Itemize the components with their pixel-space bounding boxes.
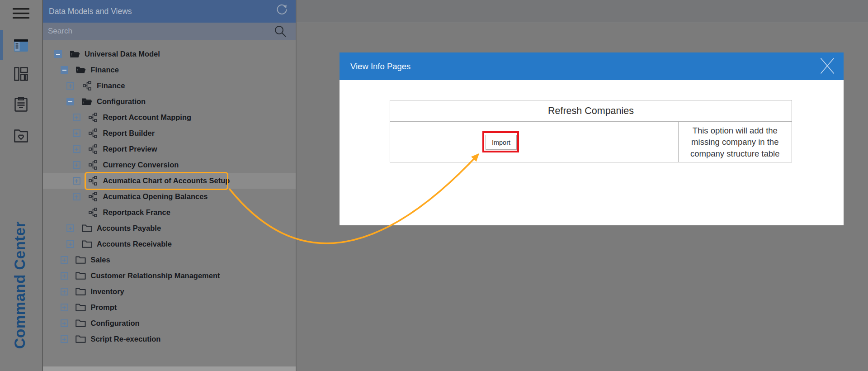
tree-row[interactable]: Finance	[43, 78, 296, 94]
tree-row[interactable]: Currency Conversion	[43, 157, 296, 173]
tree-item-label: Report Builder	[103, 129, 155, 138]
tree-row[interactable]: Report Builder	[43, 125, 296, 141]
tree-row[interactable]: Finance	[43, 62, 296, 78]
refresh-companies-table: Refresh Companies Import This option wil…	[390, 100, 792, 162]
command-center-watermark: Command Center	[11, 213, 29, 357]
tree-item-label: Currency Conversion	[103, 161, 179, 169]
tree-expand-toggle[interactable]	[73, 145, 80, 153]
tree-item-label: Inventory	[91, 287, 124, 296]
tree-row[interactable]: Sales	[43, 252, 296, 268]
tree-expand-toggle[interactable]	[61, 288, 68, 295]
tree-item-label: Configuration	[91, 319, 140, 328]
data-model-icon	[89, 160, 97, 170]
view-info-pages-dialog: View Info Pages Refresh Companies Import…	[340, 52, 844, 225]
data-model-icon	[89, 113, 97, 122]
data-model-icon	[89, 208, 97, 217]
data-model-icon	[83, 81, 91, 90]
tree-expand-toggle[interactable]	[61, 319, 68, 327]
tree-expand-toggle[interactable]	[66, 82, 74, 90]
tree-expand-toggle[interactable]	[73, 161, 80, 169]
data-models-sidebar: Data Models and Views Search	[42, 0, 297, 371]
tree-row[interactable]: Customer Relationship Management	[43, 268, 296, 284]
table-action-cell: Import	[390, 122, 678, 162]
tree-expand-toggle[interactable]	[61, 304, 68, 311]
open-folder-icon	[82, 98, 92, 105]
search-icon[interactable]	[274, 25, 287, 39]
closed-folder-icon	[75, 319, 86, 327]
tree-expand-toggle[interactable]	[61, 335, 68, 343]
data-model-icon	[89, 176, 97, 186]
tree-item-label: Acumatica Opening Balances	[103, 192, 208, 201]
tree-item-label: Accounts Payable	[97, 224, 161, 233]
tree-row[interactable]: Configuration	[43, 94, 296, 109]
tree: Universal Data Model Finance	[43, 46, 296, 347]
search-placeholder: Search	[48, 27, 72, 36]
table-description-cell: This option will add the missing company…	[678, 122, 792, 162]
tree-item-label: Finance	[91, 66, 119, 74]
horizontal-scrollbar[interactable]	[43, 366, 296, 371]
closed-folder-icon	[75, 335, 86, 343]
tree-row[interactable]: Prompt	[43, 300, 296, 315]
left-icon-rail: Command Center	[0, 0, 42, 371]
tree-row[interactable]: Configuration	[43, 315, 296, 331]
tree-item-label: Accounts Receivable	[97, 240, 172, 248]
closed-folder-icon	[75, 272, 86, 280]
tree-expand-toggle[interactable]	[73, 193, 80, 200]
import-button[interactable]: Import	[486, 135, 517, 150]
tree-row[interactable]: Universal Data Model	[43, 46, 296, 62]
refresh-button[interactable]	[276, 3, 288, 15]
tasks-clipboard-icon	[14, 97, 28, 112]
tree-item-label: Sales	[91, 256, 110, 264]
closed-folder-icon	[82, 240, 92, 248]
table-header: Refresh Companies	[390, 100, 792, 122]
tree-row[interactable]: Script Re-execution	[43, 331, 296, 347]
tasks-nav-button[interactable]	[0, 96, 42, 112]
dialog-header: View Info Pages	[340, 52, 844, 80]
dashboard-nav-button[interactable]	[0, 66, 42, 81]
tree-row[interactable]: Report Preview	[43, 141, 296, 157]
tree-expand-toggle[interactable]	[61, 256, 68, 264]
tree-expand-toggle[interactable]	[61, 272, 68, 280]
tree-item-label: Reportpack France	[103, 208, 170, 217]
sidebar-title-bar: Data Models and Views	[43, 0, 296, 23]
search-bar[interactable]: Search	[43, 23, 296, 40]
tree-expand-toggle[interactable]	[66, 98, 74, 105]
data-model-icon	[89, 144, 97, 154]
tree-expand-toggle[interactable]	[61, 66, 68, 74]
favorites-folder-icon	[14, 129, 28, 143]
dashboard-icon	[14, 67, 28, 81]
tree-row[interactable]: Accounts Receivable	[43, 236, 296, 252]
data-model-icon	[89, 192, 97, 201]
tree-row[interactable]: Accounts Payable	[43, 220, 296, 236]
tree-expand-toggle[interactable]	[66, 240, 74, 248]
data-model-icon	[89, 128, 97, 138]
favorites-nav-button[interactable]	[0, 128, 42, 143]
tree-item-label: Customer Relationship Management	[91, 271, 220, 280]
tree-row[interactable]: Inventory	[43, 284, 296, 300]
tree-item-label: Report Preview	[103, 145, 157, 153]
tree-item-label: Prompt	[91, 303, 117, 312]
app-window: Command Center Data Models and Views Sea…	[0, 0, 868, 371]
tree-expand-toggle[interactable]	[54, 50, 62, 58]
tree-row[interactable]: Report Account Mapping	[43, 109, 296, 125]
menu-icon	[13, 7, 29, 19]
menu-button[interactable]	[0, 5, 42, 22]
data-models-icon	[14, 39, 28, 52]
main-toolbar-dimmed	[297, 0, 868, 23]
tree-row[interactable]: Acumatica Opening Balances	[43, 189, 296, 205]
tree-expand-toggle[interactable]	[73, 177, 80, 185]
tree-expand-toggle[interactable]	[66, 224, 74, 232]
tree-row[interactable]: Reportpack France	[43, 205, 296, 220]
closed-folder-icon	[75, 288, 86, 295]
tree-item-label: Report Account Mapping	[103, 113, 192, 122]
data-models-nav-button[interactable]	[0, 38, 42, 52]
close-button[interactable]	[820, 57, 835, 74]
tree-expand-toggle[interactable]	[73, 129, 80, 137]
closed-folder-icon	[75, 256, 86, 264]
tree-expand-toggle[interactable]	[73, 114, 80, 121]
closed-folder-icon	[82, 224, 92, 232]
closed-folder-icon	[75, 304, 86, 311]
tree-row[interactable]: Acumatica Chart of Accounts Setup	[43, 173, 296, 189]
tree-item-label: Finance	[97, 81, 125, 90]
close-icon	[820, 57, 835, 74]
